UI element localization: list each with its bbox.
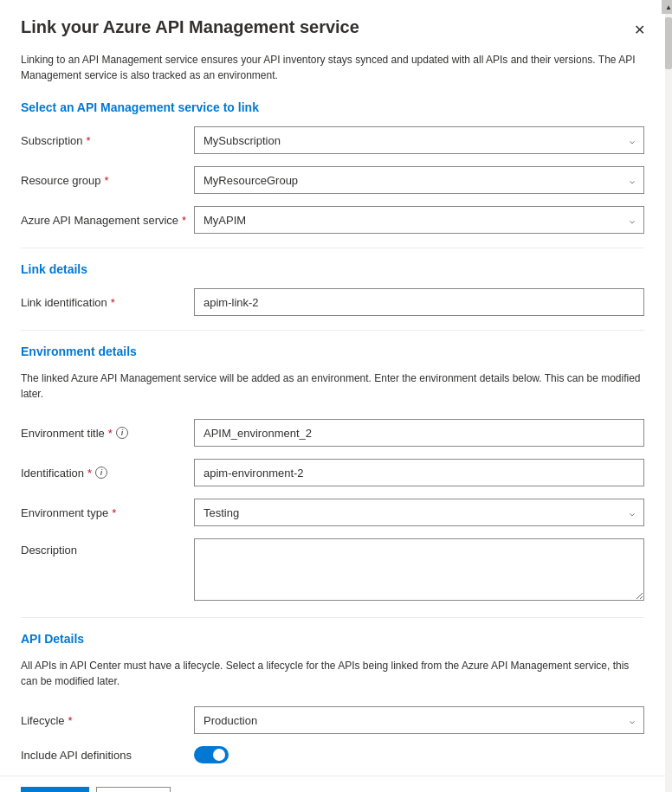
dialog-footer: Create Discard 💬 Give feedback bbox=[0, 776, 672, 792]
footer-actions: Create Discard bbox=[21, 787, 171, 792]
description-label: Description bbox=[21, 538, 194, 557]
close-button[interactable]: ✕ bbox=[627, 17, 651, 42]
identification-input[interactable] bbox=[194, 459, 644, 486]
resource-group-required: * bbox=[105, 174, 109, 187]
toggle-thumb bbox=[213, 749, 225, 761]
resource-group-value: MyResourceGroup bbox=[204, 174, 298, 187]
scroll-thumb[interactable] bbox=[665, 17, 672, 69]
link-id-row: Link identification * bbox=[21, 288, 644, 316]
divider-2 bbox=[21, 330, 644, 331]
divider-1 bbox=[21, 248, 644, 248]
api-details-description: All APIs in API Center must have a lifec… bbox=[21, 658, 644, 689]
env-type-value: Testing bbox=[204, 506, 239, 519]
apim-service-required: * bbox=[182, 214, 186, 227]
apim-service-label: Azure API Management service * bbox=[21, 214, 194, 227]
description-control bbox=[194, 538, 644, 603]
identification-row: Identification * i bbox=[21, 459, 644, 486]
resource-group-select[interactable]: MyResourceGroup ⌵ bbox=[194, 166, 644, 194]
env-type-required: * bbox=[112, 506, 116, 519]
scrollbar[interactable]: ▲ ▼ bbox=[665, 0, 672, 792]
identification-label: Identification * i bbox=[21, 467, 194, 480]
dialog-title: Link your Azure API Management service bbox=[21, 17, 627, 37]
env-type-chevron: ⌵ bbox=[630, 508, 635, 518]
lifecycle-select[interactable]: Production ⌵ bbox=[194, 706, 644, 734]
subscription-row: Subscription * MySubscription ⌵ bbox=[21, 126, 644, 154]
env-type-select[interactable]: Testing ⌵ bbox=[194, 499, 644, 526]
subscription-chevron: ⌵ bbox=[630, 136, 635, 145]
env-type-row: Environment type * Testing ⌵ bbox=[21, 499, 644, 526]
lifecycle-value: Production bbox=[204, 714, 257, 727]
env-type-label: Environment type * bbox=[21, 506, 194, 519]
env-title-label: Environment title * i bbox=[21, 427, 194, 440]
resource-group-chevron: ⌵ bbox=[630, 176, 635, 185]
apim-service-control: MyAPIM ⌵ bbox=[194, 206, 644, 234]
section-env-details-title: Environment details bbox=[21, 344, 644, 358]
apim-service-select[interactable]: MyAPIM ⌵ bbox=[194, 206, 644, 234]
include-api-toggle-container bbox=[194, 746, 644, 763]
env-details-description: The linked Azure API Management service … bbox=[21, 370, 644, 402]
resource-group-row: Resource group * MyResourceGroup ⌵ bbox=[21, 166, 644, 194]
lifecycle-chevron: ⌵ bbox=[630, 716, 635, 725]
create-button[interactable]: Create bbox=[21, 787, 89, 792]
intro-text: Linking to an API Management service ens… bbox=[21, 52, 644, 83]
include-api-toggle[interactable] bbox=[194, 746, 229, 763]
apim-service-row: Azure API Management service * MyAPIM ⌵ bbox=[21, 206, 644, 234]
include-api-control bbox=[194, 746, 644, 763]
dialog-body: Linking to an API Management service ens… bbox=[0, 52, 672, 776]
env-title-info-icon[interactable]: i bbox=[116, 427, 128, 439]
link-id-input[interactable] bbox=[194, 288, 644, 316]
subscription-control: MySubscription ⌵ bbox=[194, 126, 644, 154]
description-row: Description bbox=[21, 538, 644, 603]
env-type-control: Testing ⌵ bbox=[194, 499, 644, 526]
include-api-row: Include API definitions bbox=[21, 746, 644, 763]
identification-control bbox=[194, 459, 644, 486]
apim-service-chevron: ⌵ bbox=[630, 216, 635, 225]
scroll-up-arrow[interactable]: ▲ bbox=[662, 0, 672, 14]
env-title-row: Environment title * i bbox=[21, 419, 644, 447]
subscription-select[interactable]: MySubscription ⌵ bbox=[194, 126, 644, 154]
description-textarea[interactable] bbox=[194, 538, 644, 601]
apim-service-value: MyAPIM bbox=[204, 214, 246, 227]
subscription-value: MySubscription bbox=[204, 134, 281, 147]
lifecycle-row: Lifecycle * Production ⌵ bbox=[21, 706, 644, 734]
discard-button[interactable]: Discard bbox=[96, 787, 171, 792]
section-api-details-title: API Details bbox=[21, 632, 644, 646]
env-title-required: * bbox=[108, 427, 113, 440]
link-apim-dialog: ▲ ▼ Link your Azure API Management servi… bbox=[0, 0, 672, 792]
link-id-required: * bbox=[111, 296, 115, 309]
section-select-service-title: Select an API Management service to link bbox=[21, 100, 644, 114]
resource-group-label: Resource group * bbox=[21, 174, 194, 187]
resource-group-control: MyResourceGroup ⌵ bbox=[194, 166, 644, 194]
lifecycle-label: Lifecycle * bbox=[21, 714, 194, 727]
env-title-control bbox=[194, 419, 644, 447]
section-link-details-title: Link details bbox=[21, 262, 644, 276]
env-title-input[interactable] bbox=[194, 419, 644, 447]
lifecycle-control: Production ⌵ bbox=[194, 706, 644, 734]
link-id-control bbox=[194, 288, 644, 316]
dialog-header: Link your Azure API Management service ✕ bbox=[0, 0, 672, 52]
subscription-label: Subscription * bbox=[21, 134, 194, 147]
subscription-required: * bbox=[87, 134, 91, 147]
include-api-label: Include API definitions bbox=[21, 749, 194, 762]
link-id-label: Link identification * bbox=[21, 296, 194, 309]
divider-3 bbox=[21, 617, 644, 618]
identification-required: * bbox=[87, 467, 92, 480]
identification-info-icon[interactable]: i bbox=[95, 467, 107, 479]
close-icon: ✕ bbox=[634, 22, 645, 38]
lifecycle-required: * bbox=[68, 714, 73, 727]
